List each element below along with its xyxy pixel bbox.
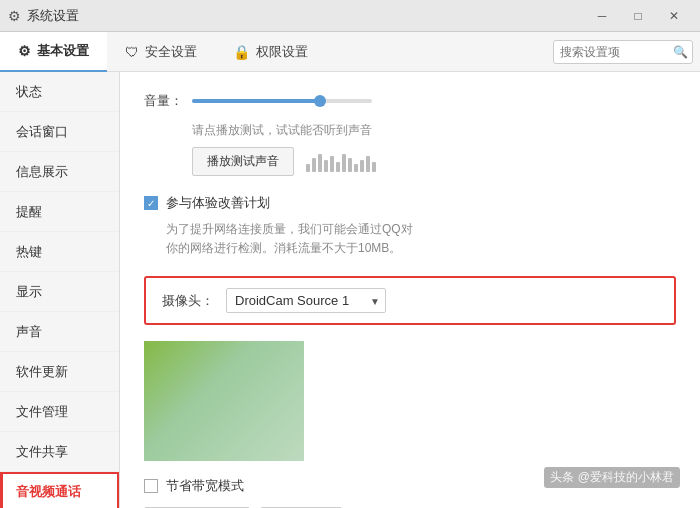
bandwidth-checkbox[interactable] [144, 479, 158, 493]
title-bar: ⚙ 系统设置 ─ □ ✕ [0, 0, 700, 32]
search-input[interactable] [553, 40, 693, 64]
window-title: 系统设置 [27, 7, 584, 25]
sound-bar-3 [318, 154, 322, 172]
sound-bar-5 [330, 156, 334, 172]
sound-bar-6 [336, 162, 340, 172]
camera-preview [144, 341, 304, 461]
tab-basic[interactable]: ⚙ 基本设置 [0, 32, 107, 72]
sidebar-label-conversation: 会话窗口 [16, 123, 68, 141]
content-area: 音量： 请点播放测试，试试能否听到声音 播放测试声音 [120, 72, 700, 508]
sound-bar-9 [354, 164, 358, 172]
security-tab-icon: 🛡 [125, 44, 139, 60]
experience-checkbox[interactable]: ✓ [144, 196, 158, 210]
sidebar-item-hotkey[interactable]: 热键 [0, 232, 119, 272]
tab-permission[interactable]: 🔒 权限设置 [215, 32, 326, 72]
sidebar-label-fileshare: 文件共享 [16, 443, 68, 461]
sidebar-item-reminder[interactable]: 提醒 [0, 192, 119, 232]
tab-bar: ⚙ 基本设置 🛡 安全设置 🔒 权限设置 🔍 [0, 32, 700, 72]
volume-slider-container [192, 99, 676, 103]
sound-bar-2 [312, 158, 316, 172]
sound-bar-7 [342, 154, 346, 172]
sidebar-item-avcomm[interactable]: 音视频通话 [0, 472, 119, 508]
sidebar-label-filemanage: 文件管理 [16, 403, 68, 421]
experience-desc: 为了提升网络连接质量，我们可能会通过QQ对 你的网络进行检测。消耗流量不大于10… [166, 220, 676, 258]
sidebar-item-conversation[interactable]: 会话窗口 [0, 112, 119, 152]
window-controls: ─ □ ✕ [584, 0, 692, 32]
check-icon: ✓ [147, 198, 155, 209]
tab-security-label: 安全设置 [145, 43, 197, 61]
volume-label: 音量： [144, 92, 184, 110]
minimize-button[interactable]: ─ [584, 0, 620, 32]
preview-overlay [144, 341, 304, 461]
sidebar-label-status: 状态 [16, 83, 42, 101]
sidebar-label-sound: 声音 [16, 323, 42, 341]
desc-text-content: 为了提升网络连接质量，我们可能会通过QQ对 你的网络进行检测。消耗流量不大于10… [166, 222, 413, 255]
sound-bar-1 [306, 164, 310, 172]
maximize-button[interactable]: □ [620, 0, 656, 32]
volume-hint: 请点播放测试，试试能否听到声音 [192, 122, 676, 139]
sidebar-item-fileshare[interactable]: 文件共享 [0, 432, 119, 472]
sound-bar-8 [348, 158, 352, 172]
bandwidth-row: 节省带宽模式 [144, 477, 676, 495]
sidebar: 状态 会话窗口 信息展示 提醒 热键 显示 声音 软件更新 文件管理 文件共享 [0, 72, 120, 508]
permission-tab-icon: 🔒 [233, 44, 250, 60]
sidebar-item-update[interactable]: 软件更新 [0, 352, 119, 392]
camera-select[interactable]: DroidCam Source 1 内置摄像头 无 [226, 288, 386, 313]
sidebar-label-reminder: 提醒 [16, 203, 42, 221]
volume-slider-fill [192, 99, 318, 103]
sidebar-item-info[interactable]: 信息展示 [0, 152, 119, 192]
play-test-button[interactable]: 播放测试声音 [192, 147, 294, 176]
camera-label: 摄像头： [162, 292, 214, 310]
sidebar-item-display[interactable]: 显示 [0, 272, 119, 312]
volume-slider[interactable] [192, 99, 372, 103]
sidebar-label-info: 信息展示 [16, 163, 68, 181]
sound-bars [306, 152, 376, 172]
sidebar-item-status[interactable]: 状态 [0, 72, 119, 112]
sound-bar-10 [360, 160, 364, 172]
tab-security[interactable]: 🛡 安全设置 [107, 32, 215, 72]
sound-bar-11 [366, 156, 370, 172]
volume-row: 音量： [144, 92, 676, 110]
sidebar-item-sound[interactable]: 声音 [0, 312, 119, 352]
close-button[interactable]: ✕ [656, 0, 692, 32]
search-bar: 🔍 [553, 40, 688, 64]
sidebar-label-avcomm: 音视频通话 [16, 483, 81, 501]
search-icon: 🔍 [673, 45, 688, 59]
app-icon: ⚙ [8, 8, 21, 24]
camera-section: 摄像头： DroidCam Source 1 内置摄像头 无 ▼ [144, 276, 676, 325]
tab-basic-label: 基本设置 [37, 42, 89, 60]
camera-select-wrapper: DroidCam Source 1 内置摄像头 无 ▼ [226, 288, 386, 313]
sidebar-label-display: 显示 [16, 283, 42, 301]
experience-checkbox-label: 参与体验改善计划 [166, 194, 270, 212]
sidebar-label-hotkey: 热键 [16, 243, 42, 261]
sound-bar-12 [372, 162, 376, 172]
sidebar-item-filemanage[interactable]: 文件管理 [0, 392, 119, 432]
main-layout: 状态 会话窗口 信息展示 提醒 热键 显示 声音 软件更新 文件管理 文件共享 [0, 72, 700, 508]
play-area: 播放测试声音 [192, 147, 676, 176]
tab-permission-label: 权限设置 [256, 43, 308, 61]
sidebar-label-update: 软件更新 [16, 363, 68, 381]
basic-tab-icon: ⚙ [18, 43, 31, 59]
sound-bar-4 [324, 160, 328, 172]
bandwidth-label: 节省带宽模式 [166, 477, 244, 495]
volume-slider-thumb [314, 95, 326, 107]
experience-checkbox-row: ✓ 参与体验改善计划 [144, 194, 676, 212]
